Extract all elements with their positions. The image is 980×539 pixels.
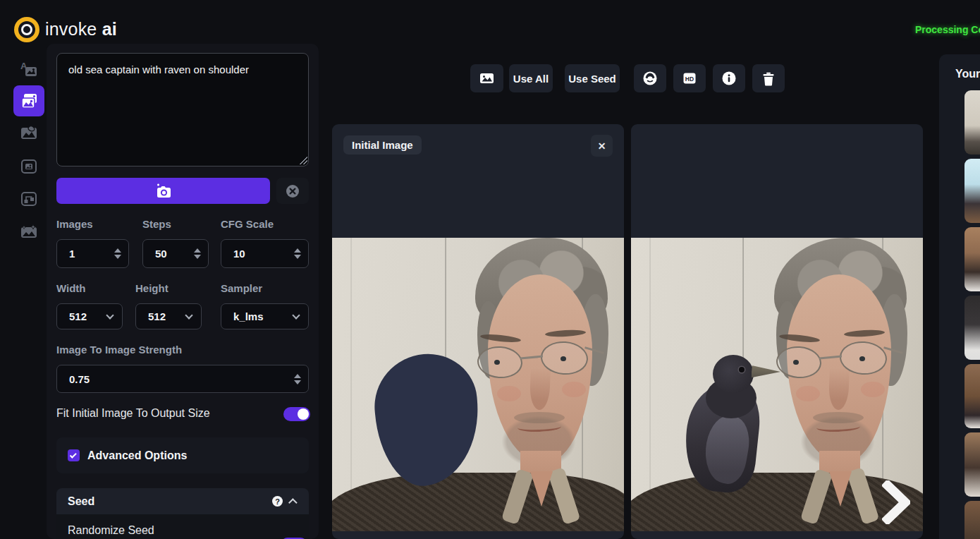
status-message: Processing Complete bbox=[915, 24, 980, 35]
stepper-icon[interactable] bbox=[287, 248, 308, 259]
initial-image-badge: Initial Image bbox=[343, 135, 422, 155]
use-seed-button[interactable]: Use Seed bbox=[565, 64, 620, 92]
stepper-icon[interactable] bbox=[107, 248, 128, 259]
trash-icon bbox=[761, 71, 776, 86]
tab-outpainting[interactable] bbox=[13, 151, 44, 182]
invoke-button[interactable] bbox=[56, 178, 270, 204]
images-value: 1 bbox=[69, 248, 107, 260]
invoke-ai-app: { "header": { "brand": { "name": "invoke… bbox=[0, 0, 980, 539]
send-to-image-button[interactable] bbox=[470, 64, 503, 92]
images-label: Images bbox=[56, 218, 93, 230]
steps-label: Steps bbox=[142, 218, 171, 230]
stepper-icon[interactable] bbox=[287, 374, 308, 384]
height-value: 512 bbox=[148, 310, 177, 322]
info-button[interactable] bbox=[713, 64, 745, 92]
stepper-icon[interactable] bbox=[187, 248, 208, 259]
upscale-button[interactable]: HD bbox=[673, 64, 706, 92]
face-restore-icon bbox=[642, 71, 658, 86]
height-select[interactable]: 512 bbox=[135, 303, 202, 329]
gallery-thumbnails bbox=[964, 90, 980, 539]
gallery-thumbnail-portrait-4[interactable] bbox=[964, 296, 980, 360]
inpainting-icon bbox=[20, 124, 38, 143]
advanced-options-label: Advanced Options bbox=[87, 449, 187, 462]
nodes-icon bbox=[20, 190, 38, 208]
gallery-thumbnail-portrait-3[interactable] bbox=[964, 227, 980, 291]
hd-icon: HD bbox=[682, 71, 697, 86]
app-title: invoke ai bbox=[45, 19, 117, 40]
cfg-scale-value: 10 bbox=[233, 248, 287, 260]
svg-text:HD: HD bbox=[685, 75, 694, 83]
randomize-seed-label: Randomize Seed bbox=[68, 524, 154, 537]
strength-input[interactable]: 0.75 bbox=[56, 365, 309, 393]
fit-label: Fit Initial Image To Output Size bbox=[56, 407, 210, 420]
cfg-scale-input[interactable]: 10 bbox=[221, 239, 309, 268]
gallery-thumbnail-portrait-2[interactable] bbox=[964, 159, 980, 223]
tab-nodes[interactable] bbox=[13, 183, 44, 214]
sampler-select[interactable]: k_lms bbox=[221, 303, 309, 329]
image-to-image-icon bbox=[20, 92, 39, 111]
gallery-thumbnail-portrait-7[interactable] bbox=[964, 501, 980, 539]
invoke-logo bbox=[14, 17, 39, 42]
width-label: Width bbox=[56, 282, 86, 294]
text-to-image-icon: A bbox=[20, 60, 38, 78]
width-select[interactable]: 512 bbox=[56, 303, 123, 329]
chevron-up-icon bbox=[288, 498, 298, 507]
outpainting-icon bbox=[20, 157, 38, 176]
steps-input[interactable]: 50 bbox=[142, 239, 209, 268]
strength-label: Image To Image Strength bbox=[56, 344, 182, 356]
images-input[interactable]: 1 bbox=[56, 239, 129, 268]
use-all-button[interactable]: Use All bbox=[509, 64, 553, 92]
info-icon bbox=[721, 71, 737, 86]
camera-plus-icon bbox=[155, 183, 172, 199]
image-icon bbox=[479, 71, 494, 85]
advanced-options-checkbox[interactable] bbox=[68, 449, 80, 461]
seed-accordion-header[interactable]: Seed ? bbox=[56, 488, 309, 514]
help-icon[interactable]: ? bbox=[272, 496, 283, 507]
chevron-right-icon bbox=[882, 480, 910, 524]
next-image-button[interactable] bbox=[882, 480, 910, 527]
sampler-value: k_lms bbox=[233, 310, 284, 322]
initial-image-photo bbox=[332, 238, 624, 531]
generated-image-photo bbox=[631, 238, 923, 531]
portrait-sweater bbox=[332, 473, 624, 531]
initial-image-panel: Initial Image ✕ bbox=[332, 124, 624, 539]
x-circle-icon bbox=[285, 183, 300, 199]
gallery-title: Your Invocations bbox=[955, 68, 980, 80]
post-processing-icon bbox=[20, 223, 38, 241]
chevron-down-icon bbox=[98, 315, 122, 318]
chevron-down-icon bbox=[284, 315, 308, 318]
current-image-panel bbox=[631, 124, 923, 539]
tab-text-to-image[interactable]: A bbox=[13, 54, 44, 85]
seed-title: Seed bbox=[68, 495, 94, 508]
cancel-button[interactable] bbox=[276, 178, 309, 204]
raven-on-shoulder bbox=[682, 356, 788, 494]
fit-toggle[interactable] bbox=[283, 407, 310, 421]
clear-initial-image-button[interactable]: ✕ bbox=[591, 135, 613, 157]
prompt-input[interactable]: old sea captain with raven on shoulder bbox=[56, 53, 309, 166]
steps-value: 50 bbox=[155, 248, 187, 260]
gallery-thumbnail-portrait-1[interactable] bbox=[964, 90, 980, 155]
gallery-panel: Your Invocations bbox=[939, 54, 980, 539]
chevron-down-icon bbox=[177, 315, 201, 318]
tab-post-processing[interactable] bbox=[13, 217, 44, 248]
tab-image-to-image[interactable] bbox=[13, 85, 44, 116]
cfg-scale-label: CFG Scale bbox=[221, 218, 274, 230]
inpaint-mask-blob bbox=[370, 350, 484, 490]
restore-faces-button[interactable] bbox=[634, 64, 666, 92]
strength-value: 0.75 bbox=[69, 373, 287, 385]
tab-inpainting[interactable] bbox=[13, 118, 44, 149]
gallery-thumbnail-portrait-5[interactable] bbox=[964, 364, 980, 428]
gallery-thumbnail-portrait-6[interactable] bbox=[964, 432, 980, 497]
width-value: 512 bbox=[69, 310, 98, 322]
height-label: Height bbox=[135, 282, 169, 294]
delete-image-button[interactable] bbox=[752, 64, 785, 92]
sampler-label: Sampler bbox=[221, 282, 262, 294]
